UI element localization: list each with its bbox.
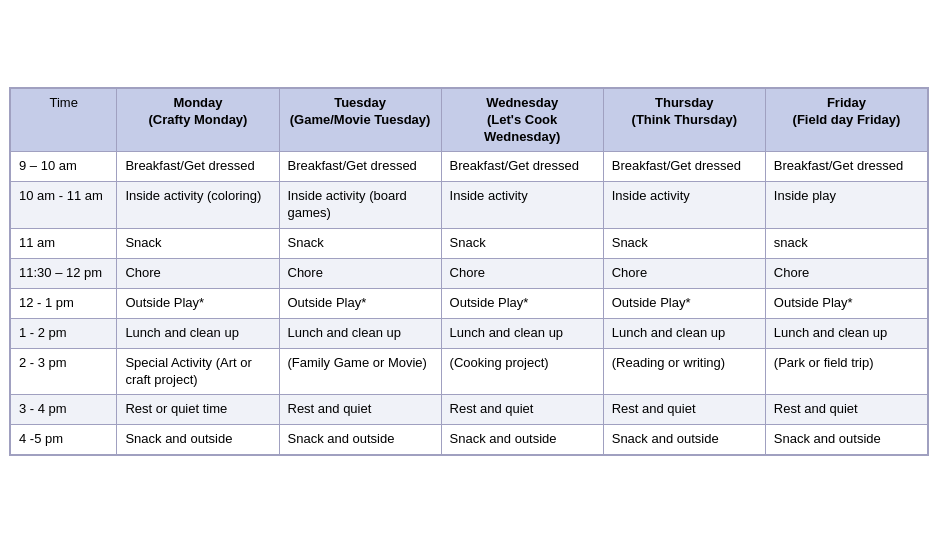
schedule-body: 9 – 10 amBreakfast/Get dressedBreakfast/… [11,152,928,455]
header-thursday: Thursday (Think Thursday) [603,88,765,152]
cell-thursday-row5: Lunch and clean up [603,318,765,348]
cell-thursday-row8: Snack and outside [603,425,765,455]
cell-monday-row6: Special Activity (Art or craft project) [117,348,279,395]
cell-friday-row1: Inside play [765,182,927,229]
cell-time-row0: 9 – 10 am [11,152,117,182]
cell-thursday-row7: Rest and quiet [603,395,765,425]
table-row: 2 - 3 pmSpecial Activity (Art or craft p… [11,348,928,395]
cell-monday-row4: Outside Play* [117,288,279,318]
cell-monday-row1: Inside activity (coloring) [117,182,279,229]
table-row: 3 - 4 pmRest or quiet timeRest and quiet… [11,395,928,425]
cell-time-row8: 4 -5 pm [11,425,117,455]
cell-tuesday-row2: Snack [279,229,441,259]
cell-wednesday-row3: Chore [441,259,603,289]
cell-thursday-row4: Outside Play* [603,288,765,318]
cell-tuesday-row7: Rest and quiet [279,395,441,425]
table-row: 9 – 10 amBreakfast/Get dressedBreakfast/… [11,152,928,182]
cell-tuesday-row0: Breakfast/Get dressed [279,152,441,182]
cell-wednesday-row2: Snack [441,229,603,259]
cell-time-row7: 3 - 4 pm [11,395,117,425]
cell-monday-row2: Snack [117,229,279,259]
cell-tuesday-row6: (Family Game or Movie) [279,348,441,395]
cell-time-row1: 10 am - 11 am [11,182,117,229]
cell-tuesday-row1: Inside activity (board games) [279,182,441,229]
cell-thursday-row0: Breakfast/Get dressed [603,152,765,182]
cell-monday-row3: Chore [117,259,279,289]
cell-friday-row2: snack [765,229,927,259]
header-tuesday: Tuesday (Game/Movie Tuesday) [279,88,441,152]
cell-wednesday-row5: Lunch and clean up [441,318,603,348]
cell-friday-row7: Rest and quiet [765,395,927,425]
header-time: Time [11,88,117,152]
table-row: 1 - 2 pmLunch and clean upLunch and clea… [11,318,928,348]
schedule-table: Time Monday (Crafty Monday) Tuesday (Gam… [10,88,928,455]
cell-time-row4: 12 - 1 pm [11,288,117,318]
cell-friday-row6: (Park or field trip) [765,348,927,395]
cell-friday-row5: Lunch and clean up [765,318,927,348]
header-wednesday: Wednesday (Let's Cook Wednesday) [441,88,603,152]
cell-wednesday-row4: Outside Play* [441,288,603,318]
table-row: 11 amSnackSnackSnackSnacksnack [11,229,928,259]
cell-monday-row0: Breakfast/Get dressed [117,152,279,182]
cell-wednesday-row7: Rest and quiet [441,395,603,425]
cell-tuesday-row5: Lunch and clean up [279,318,441,348]
cell-thursday-row2: Snack [603,229,765,259]
schedule-table-container: Time Monday (Crafty Monday) Tuesday (Gam… [9,87,929,456]
table-row: 11:30 – 12 pmChoreChoreChoreChoreChore [11,259,928,289]
cell-time-row5: 1 - 2 pm [11,318,117,348]
cell-thursday-row6: (Reading or writing) [603,348,765,395]
cell-friday-row0: Breakfast/Get dressed [765,152,927,182]
cell-tuesday-row8: Snack and outside [279,425,441,455]
table-row: 12 - 1 pmOutside Play*Outside Play*Outsi… [11,288,928,318]
cell-time-row3: 11:30 – 12 pm [11,259,117,289]
table-row: 10 am - 11 amInside activity (coloring)I… [11,182,928,229]
cell-time-row6: 2 - 3 pm [11,348,117,395]
cell-monday-row5: Lunch and clean up [117,318,279,348]
cell-monday-row8: Snack and outside [117,425,279,455]
header-row: Time Monday (Crafty Monday) Tuesday (Gam… [11,88,928,152]
header-friday: Friday (Field day Friday) [765,88,927,152]
cell-tuesday-row3: Chore [279,259,441,289]
cell-thursday-row1: Inside activity [603,182,765,229]
cell-tuesday-row4: Outside Play* [279,288,441,318]
cell-monday-row7: Rest or quiet time [117,395,279,425]
cell-wednesday-row0: Breakfast/Get dressed [441,152,603,182]
cell-friday-row8: Snack and outside [765,425,927,455]
table-row: 4 -5 pmSnack and outsideSnack and outsid… [11,425,928,455]
cell-wednesday-row8: Snack and outside [441,425,603,455]
cell-friday-row3: Chore [765,259,927,289]
header-monday: Monday (Crafty Monday) [117,88,279,152]
cell-time-row2: 11 am [11,229,117,259]
cell-wednesday-row1: Inside activity [441,182,603,229]
cell-thursday-row3: Chore [603,259,765,289]
cell-friday-row4: Outside Play* [765,288,927,318]
cell-wednesday-row6: (Cooking project) [441,348,603,395]
